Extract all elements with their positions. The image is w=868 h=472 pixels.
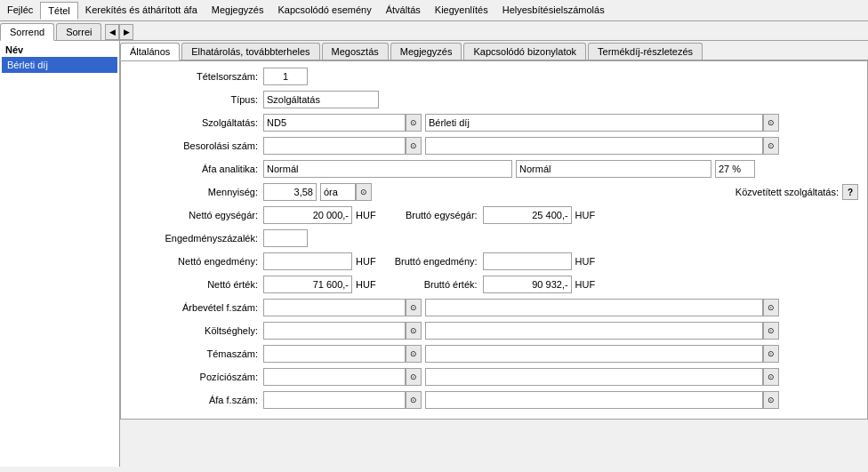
label-afa-fszam: Áfa f.szám: — [130, 395, 263, 405]
sub-tab-elhatarolas[interactable]: Elhatárolás, továbbterheles — [181, 43, 319, 60]
menu-kapcsolodo[interactable]: Kapcsolódó esemény — [270, 2, 378, 19]
arbevetel-right-icon[interactable]: ⊙ — [763, 299, 779, 316]
label-engedmeny-szazalek: Engedményszázalék: — [130, 233, 263, 244]
label-tetelsorszam: Tételsorszám: — [130, 71, 263, 82]
side-list-item[interactable]: Bérleti díj — [2, 57, 117, 73]
koltseg-right-icon[interactable]: ⊙ — [763, 322, 779, 340]
nav-right[interactable]: ▶ — [119, 24, 133, 40]
input-tema-right[interactable] — [425, 345, 763, 363]
input-afa-analitika-1[interactable] — [263, 160, 512, 178]
tema-right-container: ⊙ — [425, 345, 779, 363]
afa-fszam-left-icon[interactable]: ⊙ — [406, 391, 422, 409]
menu-atvaltas[interactable]: Átváltás — [379, 2, 428, 19]
tema-right-icon[interactable]: ⊙ — [763, 345, 779, 363]
tab-bar: Sorrend Sorrei ◀ ▶ — [0, 21, 868, 41]
afa-fszam-left-container: ⊙ — [263, 391, 422, 409]
input-tema-left[interactable] — [263, 345, 406, 363]
nav-left[interactable]: ◀ — [105, 24, 119, 40]
side-list-header: Név — [2, 43, 117, 57]
pozicio-right-icon[interactable]: ⊙ — [763, 368, 779, 386]
row-tetelsorszam: Tételsorszám: — [130, 67, 858, 86]
sub-tab-termekdij[interactable]: Termékdíj-részletezés — [588, 43, 703, 60]
input-arbevetel-right[interactable] — [425, 299, 763, 316]
sub-tab-altalanos[interactable]: Általános — [120, 43, 180, 60]
kozvetitett-container: Közvetített szolgáltatás: ? — [735, 184, 858, 200]
input-brutto-ertek[interactable] — [483, 276, 572, 293]
koltseg-left-icon[interactable]: ⊙ — [406, 322, 422, 340]
input-netto-engedmeny[interactable] — [263, 252, 352, 270]
row-pozicio: Pozíciószám: ⊙ ⊙ — [130, 367, 858, 387]
label-afa-analitika: Áfa analitika: — [130, 164, 263, 174]
label-kozvetitett: Közvetített szolgáltatás: — [735, 187, 839, 197]
input-besorolasi-right[interactable] — [425, 137, 763, 155]
sub-tab-megjegyzes[interactable]: Megjegyzés — [390, 43, 462, 60]
menu-megjegyzes[interactable]: Megjegyzés — [205, 2, 271, 19]
label-szolgaltatas: Szolgáltatás: — [130, 117, 263, 128]
label-besorolasi: Besorolási szám: — [130, 140, 263, 151]
input-besorolasi-left[interactable] — [263, 137, 406, 155]
szolgaltatas-name-icon[interactable]: ⊙ — [763, 114, 779, 132]
input-brutto-engedmeny[interactable] — [483, 252, 572, 270]
input-szolgaltatas-name[interactable] — [425, 114, 763, 132]
input-brutto-egysegar[interactable] — [483, 206, 572, 224]
tema-left-icon[interactable]: ⊙ — [406, 345, 422, 363]
input-pozicio-right[interactable] — [425, 368, 763, 386]
input-tetelsorszam[interactable] — [263, 68, 308, 85]
input-mennyiseg[interactable] — [263, 183, 317, 201]
szolgaltatas-code-icon[interactable]: ⊙ — [406, 114, 422, 132]
row-afa-fszam: Áfa f.szám: ⊙ ⊙ — [130, 390, 858, 410]
unit-brutto-egysegar: HUF — [575, 210, 596, 220]
menu-helyesbites[interactable]: Helyesbítésielszámolás — [495, 2, 612, 19]
input-mennyiseg-unit[interactable] — [320, 183, 356, 201]
menu-kiegyenlites[interactable]: Kiegyenlítés — [428, 2, 495, 19]
menu-bar: Fejléc Tétel Kerekítés és áthárított áfa… — [0, 0, 868, 21]
row-engedmeny-szazalek: Engedményszázalék: — [130, 228, 858, 248]
row-tipus: Típus: — [130, 90, 858, 109]
tab-sorrend[interactable]: Sorrend — [0, 23, 54, 41]
input-tipus[interactable] — [263, 91, 379, 108]
input-afa-fszam-right[interactable] — [425, 391, 763, 409]
unit-brutto-engedmeny: HUF — [575, 256, 596, 267]
pozicio-left-icon[interactable]: ⊙ — [406, 368, 422, 386]
input-koltseg-left[interactable] — [263, 322, 406, 340]
content-area: Név Bérleti díj Általános Elhatárolás, t… — [0, 41, 868, 467]
arbevetel-left-icon[interactable]: ⊙ — [406, 299, 422, 316]
menu-fejlec[interactable]: Fejléc — [0, 2, 40, 19]
afa-fszam-right-container: ⊙ — [425, 391, 779, 409]
row-mennyiseg: Mennyiség: ⊙ Közvetített szolgáltatás: ? — [130, 182, 858, 202]
sub-tab-megosztas[interactable]: Megosztás — [322, 43, 389, 60]
besorolasi-left-icon[interactable]: ⊙ — [406, 137, 422, 155]
koltseg-right-container: ⊙ — [425, 322, 779, 340]
input-netto-ertek[interactable] — [263, 276, 352, 293]
input-koltseg-right[interactable] — [425, 322, 763, 340]
koltseg-left-container: ⊙ — [263, 322, 422, 340]
besorolasi-right-icon[interactable]: ⊙ — [763, 137, 779, 155]
menu-kereksites[interactable]: Kerekítés és áthárított áfa — [78, 2, 205, 19]
kozvetitett-question-btn[interactable]: ? — [842, 184, 858, 200]
input-pozicio-left[interactable] — [263, 368, 406, 386]
input-afa-analitika-2[interactable] — [516, 160, 711, 178]
input-afa-pct[interactable] — [715, 160, 755, 178]
side-list: Név Bérleti díj — [0, 41, 120, 467]
tab-sorrei[interactable]: Sorrei — [56, 23, 101, 40]
szolgaltatas-code-container: ⊙ — [263, 114, 422, 132]
sub-tabs: Általános Elhatárolás, továbbterheles Me… — [120, 41, 868, 60]
input-arbevetel-left[interactable] — [263, 299, 406, 316]
mennyiseg-unit-container: ⊙ — [320, 183, 372, 201]
input-afa-fszam-left[interactable] — [263, 391, 406, 409]
pozicio-right-container: ⊙ — [425, 368, 779, 386]
row-koltseg: Költséghely: ⊙ ⊙ — [130, 321, 858, 340]
besorolasi-left-container: ⊙ — [263, 137, 422, 155]
input-szolgaltatas-code[interactable] — [263, 114, 406, 132]
input-engedmeny-szazalek[interactable] — [263, 229, 308, 247]
sub-tab-kapcsolodo[interactable]: Kapcsolódó bizonylatok — [463, 43, 586, 60]
row-netto-egysegar: Nettó egységár: HUF Bruttó egységár: HUF — [130, 205, 858, 225]
tema-left-container: ⊙ — [263, 345, 422, 363]
input-netto-egysegar[interactable] — [263, 206, 352, 224]
menu-tetel[interactable]: Tétel — [40, 2, 77, 20]
row-afa-analitika: Áfa analitika: — [130, 159, 858, 179]
afa-fszam-right-icon[interactable]: ⊙ — [763, 391, 779, 409]
unit-brutto-ertek: HUF — [575, 279, 596, 290]
unit-netto-egysegar: HUF — [356, 210, 376, 220]
mennyiseg-unit-icon[interactable]: ⊙ — [356, 183, 372, 201]
